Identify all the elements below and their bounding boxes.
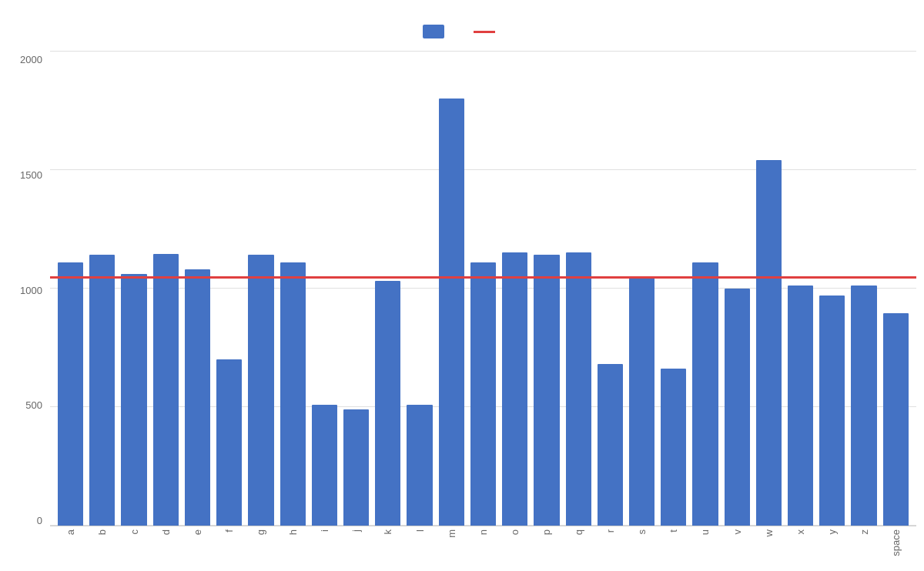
- x-label-container: space: [883, 526, 909, 563]
- x-axis-label: y: [826, 529, 838, 535]
- legend-item-bar: [423, 25, 450, 38]
- bar: [343, 409, 369, 526]
- x-label-container: c: [121, 526, 146, 563]
- x-label-container: d: [153, 526, 179, 563]
- bar: [788, 286, 813, 526]
- x-axis-label: space: [890, 529, 902, 556]
- x-axis-label: i: [319, 529, 330, 532]
- x-axis-label: q: [573, 529, 584, 535]
- legend-bar-icon: [423, 25, 444, 38]
- bar: [312, 405, 337, 526]
- x-axis-label: b: [96, 529, 108, 535]
- bar-group: [598, 51, 623, 526]
- bar: [407, 405, 432, 526]
- bar: [851, 286, 876, 526]
- y-axis-label: 1000: [20, 285, 42, 296]
- bar-group: [534, 51, 559, 526]
- x-label-container: n: [470, 526, 496, 563]
- x-axis-label: r: [604, 529, 616, 533]
- x-axis-label: j: [350, 529, 362, 532]
- bar-group: [756, 51, 782, 526]
- x-axis-label: d: [160, 529, 172, 535]
- bar-group: [851, 51, 876, 526]
- x-label-container: x: [788, 526, 813, 563]
- x-label-container: q: [566, 526, 591, 563]
- bar: [502, 252, 527, 526]
- bar-group: [692, 51, 718, 526]
- y-axis-label: 0: [37, 515, 42, 526]
- bar-group: [312, 51, 337, 526]
- bar: [185, 269, 210, 526]
- grid-and-bars: [50, 51, 916, 526]
- bar-group: [439, 51, 464, 526]
- x-label-container: s: [629, 526, 654, 563]
- x-label-container: i: [312, 526, 337, 563]
- bar-group: [343, 51, 369, 526]
- bar-group: [819, 51, 845, 526]
- bar: [629, 276, 654, 526]
- y-axis-label: 500: [25, 399, 42, 411]
- bar-group: [185, 51, 210, 526]
- bar-group: [883, 51, 909, 526]
- x-axis-label: s: [636, 529, 648, 535]
- bar: [692, 262, 718, 526]
- x-axis-label: f: [223, 529, 235, 533]
- x-axis-label: p: [541, 529, 552, 535]
- legend-line-icon: [474, 31, 495, 33]
- bar-group: [153, 51, 179, 526]
- bar: [883, 313, 909, 526]
- bar: [598, 364, 623, 526]
- bars-wrapper: [50, 51, 916, 526]
- bar-group: [725, 51, 750, 526]
- x-axis-label: e: [192, 529, 203, 535]
- x-label-container: y: [819, 526, 845, 563]
- x-label-container: r: [598, 526, 623, 563]
- x-axis-label: x: [795, 529, 806, 535]
- bar-group: [502, 51, 527, 526]
- legend-item-line: [474, 31, 501, 33]
- bar: [470, 262, 496, 526]
- y-axis: 2000150010005000: [8, 51, 50, 563]
- x-axis-label: m: [446, 529, 457, 538]
- bar: [58, 262, 83, 526]
- bar: [534, 255, 559, 526]
- x-axis-label: v: [732, 529, 743, 535]
- x-axis-label: u: [699, 529, 711, 535]
- chart-area: 2000150010005000 abcdefghijklmnopqrstuvw…: [8, 51, 916, 563]
- x-label-container: h: [280, 526, 306, 563]
- x-label-container: e: [185, 526, 210, 563]
- x-axis-label: c: [129, 529, 140, 535]
- bar-group: [629, 51, 654, 526]
- x-axis-label: g: [255, 529, 266, 535]
- x-axis-label: h: [287, 529, 299, 535]
- bar: [216, 359, 242, 526]
- bar-group: [58, 51, 83, 526]
- x-label-container: u: [692, 526, 718, 563]
- x-axis-label: t: [668, 529, 679, 533]
- legend: [423, 25, 501, 38]
- x-axis-label: a: [65, 529, 76, 535]
- x-label-container: p: [534, 526, 559, 563]
- y-axis-label: 1500: [20, 169, 42, 181]
- bar-group: [407, 51, 432, 526]
- bar: [725, 289, 750, 526]
- x-label-container: v: [725, 526, 750, 563]
- x-label-container: g: [248, 526, 273, 563]
- x-axis-label: o: [509, 529, 521, 535]
- bar-group: [788, 51, 813, 526]
- x-label-container: z: [851, 526, 876, 563]
- x-axis: abcdefghijklmnopqrstuvwxyzspace: [50, 526, 916, 563]
- x-label-container: t: [661, 526, 686, 563]
- bar-group: [661, 51, 686, 526]
- bar: [375, 281, 400, 526]
- x-label-container: k: [375, 526, 400, 563]
- bar: [566, 252, 591, 526]
- bar: [89, 255, 115, 526]
- x-axis-label: n: [477, 529, 489, 535]
- bar-group: [248, 51, 273, 526]
- x-label-container: o: [502, 526, 527, 563]
- bar: [153, 254, 179, 526]
- bar: [756, 160, 782, 526]
- bar-group: [566, 51, 591, 526]
- x-label-container: l: [407, 526, 432, 563]
